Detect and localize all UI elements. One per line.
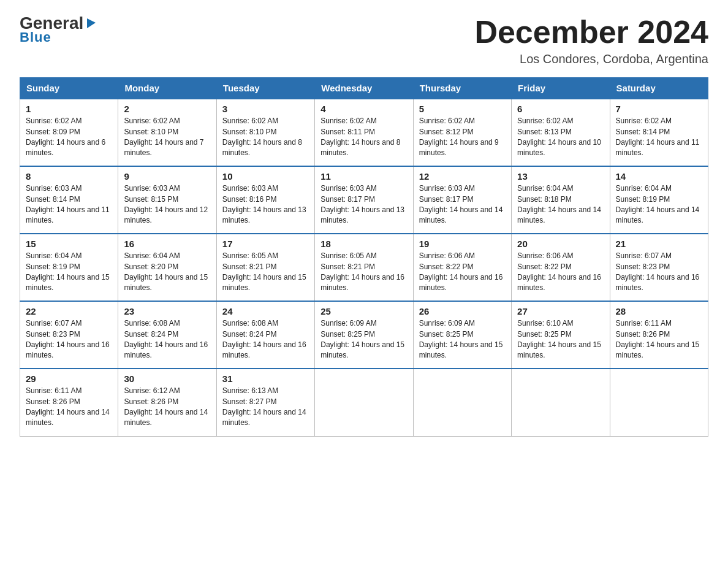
day-number: 22 [26,306,112,316]
calendar-cell [413,369,511,436]
calendar-cell: 27 Sunrise: 6:10 AMSunset: 8:25 PMDaylig… [512,301,610,369]
day-info: Sunrise: 6:05 AMSunset: 8:21 PMDaylight:… [320,251,407,294]
calendar-week-row: 15 Sunrise: 6:04 AMSunset: 8:19 PMDaylig… [20,234,708,301]
day-number: 6 [517,104,604,114]
svg-marker-0 [87,18,96,28]
header-saturday: Saturday [610,78,708,99]
day-number: 3 [222,104,309,114]
logo-triangle-icon [85,16,98,29]
day-info: Sunrise: 6:02 AMSunset: 8:14 PMDaylight:… [616,116,702,159]
day-info: Sunrise: 6:05 AMSunset: 8:21 PMDaylight:… [222,251,309,294]
day-number: 12 [419,171,506,182]
day-info: Sunrise: 6:03 AMSunset: 8:17 PMDaylight:… [320,183,407,226]
day-info: Sunrise: 6:03 AMSunset: 8:14 PMDaylight:… [26,183,112,226]
day-number: 7 [616,104,702,114]
title-area: December 2024 Los Condores, Cordoba, Arg… [474,15,708,66]
calendar-cell: 8 Sunrise: 6:03 AMSunset: 8:14 PMDayligh… [20,166,118,234]
calendar-cell: 28 Sunrise: 6:11 AMSunset: 8:26 PMDaylig… [610,301,708,369]
day-number: 17 [222,239,309,249]
day-number: 25 [320,306,407,316]
day-info: Sunrise: 6:02 AMSunset: 8:10 PMDaylight:… [222,116,309,159]
day-info: Sunrise: 6:08 AMSunset: 8:24 PMDaylight:… [124,318,210,361]
calendar-cell: 6 Sunrise: 6:02 AMSunset: 8:13 PMDayligh… [512,99,610,166]
day-info: Sunrise: 6:02 AMSunset: 8:13 PMDaylight:… [517,116,604,159]
header-thursday: Thursday [413,78,511,99]
day-info: Sunrise: 6:04 AMSunset: 8:19 PMDaylight:… [26,251,112,294]
day-number: 14 [616,171,702,182]
day-info: Sunrise: 6:11 AMSunset: 8:26 PMDaylight:… [26,386,112,429]
day-info: Sunrise: 6:03 AMSunset: 8:15 PMDaylight:… [124,183,210,226]
day-number: 28 [616,306,702,316]
header-tuesday: Tuesday [216,78,314,99]
calendar-cell: 31 Sunrise: 6:13 AMSunset: 8:27 PMDaylig… [216,369,314,436]
calendar-cell: 4 Sunrise: 6:02 AMSunset: 8:11 PMDayligh… [315,99,413,166]
day-info: Sunrise: 6:04 AMSunset: 8:20 PMDaylight:… [124,251,210,294]
calendar-cell: 9 Sunrise: 6:03 AMSunset: 8:15 PMDayligh… [118,166,216,234]
day-number: 16 [124,239,210,249]
calendar-cell: 17 Sunrise: 6:05 AMSunset: 8:21 PMDaylig… [216,234,314,301]
day-number: 30 [124,373,210,384]
calendar-cell [512,369,610,436]
calendar-cell: 21 Sunrise: 6:07 AMSunset: 8:23 PMDaylig… [610,234,708,301]
header-sunday: Sunday [20,78,118,99]
calendar-cell: 16 Sunrise: 6:04 AMSunset: 8:20 PMDaylig… [118,234,216,301]
calendar-cell: 10 Sunrise: 6:03 AMSunset: 8:16 PMDaylig… [216,166,314,234]
day-info: Sunrise: 6:07 AMSunset: 8:23 PMDaylight:… [26,318,112,361]
day-number: 24 [222,306,309,316]
calendar-cell [610,369,708,436]
day-number: 11 [320,171,407,182]
calendar-cell: 24 Sunrise: 6:08 AMSunset: 8:24 PMDaylig… [216,301,314,369]
calendar-cell: 30 Sunrise: 6:12 AMSunset: 8:26 PMDaylig… [118,369,216,436]
day-number: 10 [222,171,309,182]
calendar-cell: 22 Sunrise: 6:07 AMSunset: 8:23 PMDaylig… [20,301,118,369]
day-info: Sunrise: 6:06 AMSunset: 8:22 PMDaylight:… [517,251,604,294]
day-number: 2 [124,104,210,114]
calendar-cell: 20 Sunrise: 6:06 AMSunset: 8:22 PMDaylig… [512,234,610,301]
calendar-cell: 5 Sunrise: 6:02 AMSunset: 8:12 PMDayligh… [413,99,511,166]
day-info: Sunrise: 6:02 AMSunset: 8:11 PMDaylight:… [320,116,407,159]
calendar-week-row: 8 Sunrise: 6:03 AMSunset: 8:14 PMDayligh… [20,166,708,234]
calendar-table: SundayMondayTuesdayWednesdayThursdayFrid… [20,77,708,437]
calendar-cell: 3 Sunrise: 6:02 AMSunset: 8:10 PMDayligh… [216,99,314,166]
day-number: 18 [320,239,407,249]
calendar-cell [315,369,413,436]
logo: General Blue [20,15,98,45]
calendar-cell: 29 Sunrise: 6:11 AMSunset: 8:26 PMDaylig… [20,369,118,436]
calendar-cell: 7 Sunrise: 6:02 AMSunset: 8:14 PMDayligh… [610,99,708,166]
header-wednesday: Wednesday [315,78,413,99]
day-info: Sunrise: 6:02 AMSunset: 8:12 PMDaylight:… [419,116,506,159]
calendar-cell: 18 Sunrise: 6:05 AMSunset: 8:21 PMDaylig… [315,234,413,301]
day-number: 26 [419,306,506,316]
day-info: Sunrise: 6:03 AMSunset: 8:17 PMDaylight:… [419,183,506,226]
day-number: 1 [26,104,112,114]
calendar-week-row: 22 Sunrise: 6:07 AMSunset: 8:23 PMDaylig… [20,301,708,369]
day-number: 20 [517,239,604,249]
calendar-week-row: 29 Sunrise: 6:11 AMSunset: 8:26 PMDaylig… [20,369,708,436]
day-info: Sunrise: 6:09 AMSunset: 8:25 PMDaylight:… [320,318,407,361]
calendar-cell: 14 Sunrise: 6:04 AMSunset: 8:19 PMDaylig… [610,166,708,234]
day-info: Sunrise: 6:11 AMSunset: 8:26 PMDaylight:… [616,318,702,361]
calendar-cell: 15 Sunrise: 6:04 AMSunset: 8:19 PMDaylig… [20,234,118,301]
day-info: Sunrise: 6:12 AMSunset: 8:26 PMDaylight:… [124,386,210,429]
calendar-cell: 1 Sunrise: 6:02 AMSunset: 8:09 PMDayligh… [20,99,118,166]
day-info: Sunrise: 6:13 AMSunset: 8:27 PMDaylight:… [222,386,309,429]
day-info: Sunrise: 6:03 AMSunset: 8:16 PMDaylight:… [222,183,309,226]
calendar-cell: 25 Sunrise: 6:09 AMSunset: 8:25 PMDaylig… [315,301,413,369]
month-title: December 2024 [474,15,708,50]
header-monday: Monday [118,78,216,99]
day-info: Sunrise: 6:04 AMSunset: 8:19 PMDaylight:… [616,183,702,226]
day-info: Sunrise: 6:10 AMSunset: 8:25 PMDaylight:… [517,318,604,361]
day-number: 29 [26,373,112,384]
day-number: 19 [419,239,506,249]
calendar-cell: 26 Sunrise: 6:09 AMSunset: 8:25 PMDaylig… [413,301,511,369]
header-friday: Friday [512,78,610,99]
day-number: 23 [124,306,210,316]
calendar-cell: 11 Sunrise: 6:03 AMSunset: 8:17 PMDaylig… [315,166,413,234]
calendar-cell: 2 Sunrise: 6:02 AMSunset: 8:10 PMDayligh… [118,99,216,166]
day-number: 27 [517,306,604,316]
day-info: Sunrise: 6:07 AMSunset: 8:23 PMDaylight:… [616,251,702,294]
day-number: 13 [517,171,604,182]
day-number: 9 [124,171,210,182]
calendar-cell: 13 Sunrise: 6:04 AMSunset: 8:18 PMDaylig… [512,166,610,234]
calendar-cell: 12 Sunrise: 6:03 AMSunset: 8:17 PMDaylig… [413,166,511,234]
